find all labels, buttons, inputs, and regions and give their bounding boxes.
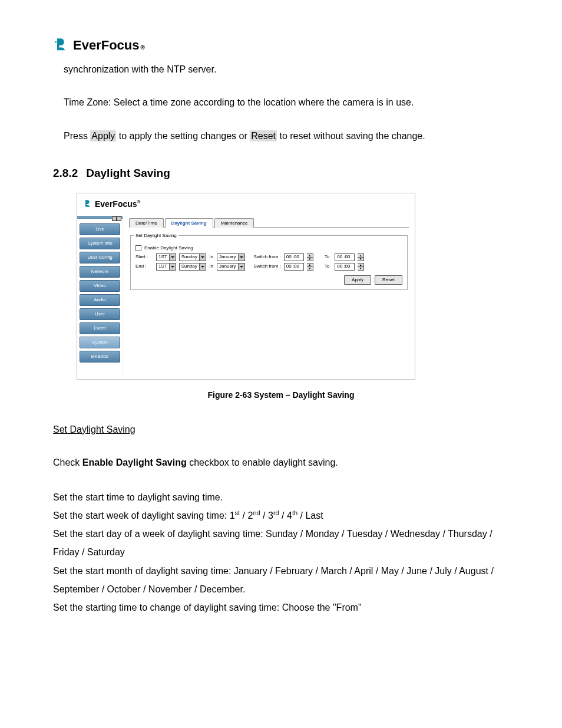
brand-logo-icon [53,37,70,54]
body-p3b: / 2 [240,510,253,521]
body-p1: Check Enable Daylight Saving checkbox to… [53,453,509,472]
sidebar-item-event[interactable]: Event [80,322,120,334]
body-p3e: / Last [297,510,323,521]
start-day-value: Sunday [181,253,197,261]
start-month-value: January [219,253,236,261]
start-week-select[interactable]: 1ST [156,253,176,261]
daylight-saving-fieldset: Set Daylight Saving Enable Daylight Savi… [130,232,408,290]
svg-rect-0 [55,41,57,42]
section-heading: 2.8.2Daylight Saving [53,165,509,182]
sidebar-item-system-info[interactable]: System Info [80,238,120,249]
intro-p2: Time Zone: Select a time zone according … [64,94,509,111]
body-p5: Set the start month of daylight saving t… [53,562,509,598]
body-p6: Set the starting time to change of dayli… [53,598,509,617]
intro-p3b: to apply the setting changes or [116,131,250,141]
brand-reg: ® [141,43,145,52]
screenshot-sidebar: Live System Info User Config Network Vid… [77,214,123,379]
section-title: Daylight Saving [86,167,170,179]
screenshot-body: Live System Info User Config Network Vid… [77,214,415,379]
sidebar-item-video[interactable]: Video [80,280,120,292]
intro-reset-highlight: Reset [250,130,277,141]
enable-row: Enable Daylight Saving [135,245,402,252]
sidebar-item-audio[interactable]: Audio [80,294,120,306]
reset-button[interactable]: Reset [375,275,402,285]
start-week-value: 1ST [158,253,167,261]
end-from-time[interactable]: 00 :00 [284,263,304,271]
apply-button[interactable]: Apply [344,275,371,285]
end-day-value: Sunday [181,263,197,270]
start-row: Start : 1ST Sunday in January Switch fro… [135,253,402,261]
screenshot-tabs: Date/Time Daylight Saving Maintenance [129,218,409,228]
end-in-label: in [210,263,213,270]
start-from-spinner[interactable]: ▲▼ [307,253,313,261]
chevron-down-icon [199,263,206,270]
intro-p3: Press Apply to apply the setting changes… [64,127,509,145]
fieldset-legend: Set Daylight Saving [134,232,178,239]
chevron-down-icon [169,254,176,261]
start-from-time[interactable]: 00 :00 [284,253,304,261]
screenshot-brand: EverFocus® [95,198,141,210]
subheading: Set Daylight Saving [53,423,509,437]
end-to-spinner[interactable]: ▲▼ [358,263,364,271]
end-month-select[interactable]: January [217,263,244,271]
body-p3s1: st [235,509,240,516]
start-to-label: To [325,253,329,261]
body-p1b: Enable Daylight Saving [82,457,187,467]
start-to-time[interactable]: 00 :00 [335,253,355,261]
end-week-value: 1ST [158,263,167,270]
body-p3s4: th [292,509,297,516]
end-month-value: January [219,263,236,270]
intro-block: synchronization with the NTP server. Tim… [64,61,509,145]
body-p3d: / 4 [279,510,292,521]
tab-date-time[interactable]: Date/Time [129,218,164,228]
end-to-time[interactable]: 00 :00 [335,263,355,271]
sidebar-item-network[interactable]: Network [80,266,120,278]
intro-apply-highlight: Apply [90,130,116,141]
start-month-select[interactable]: January [217,253,244,261]
body-p4: Set the start day of a week of daylight … [53,525,509,561]
screenshot-main: Date/Time Daylight Saving Maintenance Se… [123,214,415,379]
body-gap [53,472,509,488]
sidebar-item-live[interactable]: Live [80,223,120,235]
end-from-spinner[interactable]: ▲▼ [307,263,313,271]
sidebar-item-system[interactable]: System [80,337,120,348]
end-row: End : 1ST Sunday in January Switch from … [135,263,402,271]
tab-maintenance[interactable]: Maintenance [214,218,254,228]
figure-caption: Figure 2-63 System – Daylight Saving [53,389,509,401]
start-label: Start : [135,253,153,261]
screenshot-brand-reg: ® [137,199,141,205]
body-p1c: checkbox to enable daylight saving. [187,457,338,467]
body-p2: Set the start time to daylight saving ti… [53,488,509,506]
end-to-label: To [325,263,329,270]
end-switch-label: Switch from : [254,263,281,270]
body-block: Check Enable Daylight Saving checkbox to… [53,453,509,617]
intro-p1: synchronization with the NTP server. [64,61,509,78]
body-p3: Set the start week of daylight saving ti… [53,506,509,525]
chevron-down-icon [169,263,176,270]
chevron-down-icon [199,254,206,261]
brand-header: EverFocus ® [53,35,509,55]
enable-checkbox[interactable] [135,245,141,251]
sidebar-separator-icon [77,216,123,219]
sidebar-item-user[interactable]: User [80,308,120,320]
body-p3c: / 3 [260,510,273,521]
intro-p3a: Press [64,131,90,141]
start-day-select[interactable]: Sunday [179,253,206,261]
end-day-select[interactable]: Sunday [179,263,206,271]
end-label: End : [135,263,153,270]
tab-daylight-saving[interactable]: Daylight Saving [165,218,213,228]
start-switch-label: Switch from : [254,253,281,261]
intro-p3c: to reset without saving the change. [277,131,425,141]
chevron-down-icon [238,263,244,270]
sidebar-item-user-config[interactable]: User Config [80,252,120,263]
sidebar-item-ekb200[interactable]: EKB200 [80,351,120,363]
brand-name: EverFocus ® [73,35,145,55]
body-p3s2: nd [253,509,260,516]
body-p3s3: rd [273,509,279,516]
start-to-spinner[interactable]: ▲▼ [358,253,364,261]
screenshot-header: EverFocus® [77,193,415,214]
brand-name-text: EverFocus [73,35,140,55]
screenshot-figure: EverFocus® Live System Info User Config … [77,193,415,380]
chevron-down-icon [238,254,244,261]
end-week-select[interactable]: 1ST [156,263,176,271]
